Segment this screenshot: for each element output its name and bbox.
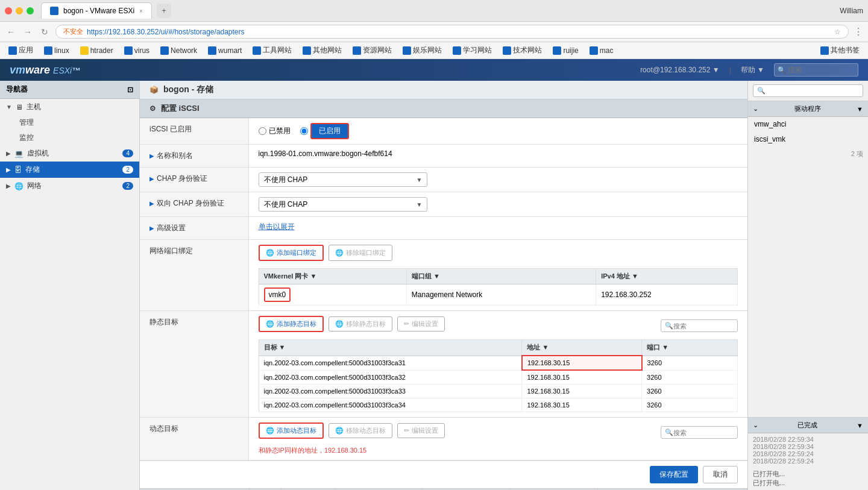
iscsi-enabled-row: iSCSI 已启用 已禁用 已启用	[140, 118, 747, 145]
dynamic-targets-label: 动态目标	[140, 418, 248, 460]
vm-badge: 4	[122, 149, 133, 157]
address-input[interactable]: 不安全 https://192.168.30.252/ui/#/host/sto…	[55, 25, 849, 39]
name-section-label: ▶ 名称和别名	[149, 151, 239, 161]
sidebar-item-manage[interactable]: 管理	[0, 115, 139, 130]
static-target-row-2[interactable]: iqn.2002-03.com.compellent:5000d31003f3c…	[259, 370, 738, 385]
sidebar-item-monitor[interactable]: 监控	[0, 130, 139, 145]
right-search-input[interactable]	[766, 87, 859, 95]
vmk-value: vmk0	[264, 287, 291, 302]
close-button[interactable]	[5, 7, 12, 14]
header-help-btn[interactable]: 帮助 ▼	[741, 65, 764, 75]
more-menu-icon[interactable]: ⋮	[854, 26, 863, 37]
task-header-label: 已完成	[797, 421, 817, 430]
header-divider: |	[729, 66, 731, 74]
sidebar-manage-label: 管理	[19, 118, 34, 128]
task-dropdown-icon[interactable]: ▼	[857, 422, 863, 429]
new-tab-button[interactable]: +	[157, 4, 171, 18]
maximize-button[interactable]	[27, 7, 34, 14]
chap-value: 不使用 CHAP ▼	[248, 168, 747, 192]
dynamic-note: 和静态IP同样的地址，192.168.30.15	[259, 446, 738, 455]
bookmark-linux[interactable]: linux	[40, 45, 73, 56]
sidebar-item-storage[interactable]: ▶ 🗄 存储 2	[0, 162, 139, 178]
bookmark-entertainment[interactable]: 娱乐网站	[399, 44, 445, 57]
add-static-target-btn[interactable]: 🌐 添加静态目标	[259, 316, 324, 332]
bookmark-others[interactable]: 其他网站	[299, 44, 345, 57]
bookmark-virus[interactable]: virus	[121, 45, 153, 56]
radio-enabled-input[interactable]	[300, 127, 308, 135]
static-target-row-1[interactable]: iqn.2002-03.com.compellent:5000d31003f3c…	[259, 356, 738, 370]
driver-dropdown-icon[interactable]: ▼	[857, 105, 863, 113]
dynamic-search-input[interactable]	[673, 429, 734, 436]
target-port-4: 3260	[642, 398, 738, 412]
bookmark-icon	[208, 46, 216, 55]
bookmark-wumart[interactable]: wumart	[204, 45, 245, 56]
port-binding-row: 网络端口绑定 🌐 添加端口绑定 🌐 移除端口绑定	[140, 240, 747, 311]
remove-static-target-btn[interactable]: 🌐 移除静态目标	[329, 316, 392, 331]
name-value: iqn.1998-01.com.vmware:bogon-4efbf614	[248, 145, 747, 168]
add-dynamic-target-btn[interactable]: 🌐 添加动态目标	[259, 422, 324, 439]
name-label: ▶ 名称和别名	[140, 145, 248, 168]
static-target-row-4[interactable]: iqn.2002-03.com.compellent:5000d31003f3c…	[259, 398, 738, 412]
tab-close-btn[interactable]: ×	[139, 8, 143, 14]
edit-static-btn[interactable]: ✏ 编辑设置	[397, 316, 445, 331]
bookmark-star-icon[interactable]: ☆	[834, 28, 841, 36]
host-icon: 🖥	[16, 103, 23, 112]
bookmark-mac[interactable]: mac	[586, 45, 617, 56]
port-col-nic: VMkernel 网卡 ▼	[259, 269, 406, 284]
bookmark-tech[interactable]: 技术网站	[499, 44, 546, 57]
advanced-section-label: ▶ 高级设置	[149, 223, 239, 233]
bookmark-learning[interactable]: 学习网站	[449, 44, 495, 57]
cancel-btn[interactable]: 取消	[703, 466, 738, 483]
chap-mutual-select[interactable]: 不使用 CHAP	[259, 197, 427, 212]
remove-port-binding-btn[interactable]: 🌐 移除端口绑定	[329, 245, 392, 261]
radio-disabled-input[interactable]	[259, 127, 266, 135]
sidebar-item-host[interactable]: ▼ 🖥 主机	[0, 99, 139, 115]
security-warning: 不安全	[63, 27, 83, 36]
bookmark-icon	[303, 46, 311, 55]
refresh-button[interactable]: ↻	[39, 27, 51, 37]
edit-dynamic-icon: ✏	[404, 427, 409, 435]
storage-icon: 🗄	[14, 166, 22, 174]
static-target-row-3[interactable]: iqn.2002-03.com.compellent:5000d31003f3c…	[259, 385, 738, 398]
header-search-input[interactable]	[774, 63, 858, 77]
main-layout: 导航器 ⊡ ▼ 🖥 主机 管理 监控 ▶ 💻 虚拟机 4 ▶ 🗄 存储 2	[0, 81, 868, 490]
minimize-button[interactable]	[16, 7, 23, 14]
expand-icon: ▶	[6, 166, 11, 173]
add-port-binding-btn[interactable]: 🌐 添加端口绑定	[259, 245, 324, 261]
bookmark-htrader[interactable]: htrader	[77, 45, 117, 56]
sidebar-monitor-label: 监控	[19, 133, 34, 143]
radio-disabled-label[interactable]: 已禁用	[259, 126, 291, 136]
right-task-date-1: 2018/02/28 22:59:34	[753, 436, 863, 443]
remove-dynamic-target-btn[interactable]: 🌐 移除动态目标	[329, 423, 392, 438]
advanced-value[interactable]: 单击以展开	[248, 217, 747, 240]
sidebar-collapse-icon[interactable]: ⊡	[127, 86, 133, 94]
bookmark-ruijie[interactable]: ruijie	[549, 45, 582, 56]
bookmark-tools[interactable]: 工具网站	[249, 44, 295, 57]
forward-button[interactable]: →	[22, 27, 34, 37]
bookmark-apps[interactable]: 应用	[5, 44, 37, 57]
target-name-3: iqn.2002-03.com.compellent:5000d31003f3c…	[259, 385, 522, 398]
static-search-input[interactable]	[673, 322, 734, 330]
driver-header-label: 驱动程序	[794, 104, 821, 113]
sidebar-item-network[interactable]: ▶ 🌐 网络 2	[0, 178, 139, 194]
bookmark-network[interactable]: Network	[157, 45, 201, 56]
bookmark-icon	[253, 46, 261, 55]
iscsi-radio-group: 已禁用 已启用	[259, 123, 738, 139]
target-col-port[interactable]: 端口 ▼	[642, 340, 738, 356]
target-col-address[interactable]: 地址 ▼	[522, 340, 642, 356]
target-col-target[interactable]: 目标 ▼	[259, 340, 522, 356]
bookmark-others-btn[interactable]: 其他书签	[817, 44, 863, 57]
browser-tab[interactable]: bogon - VMware ESXi ×	[41, 2, 152, 19]
advanced-row: ▶ 高级设置 单击以展开	[140, 217, 747, 240]
edit-dynamic-btn[interactable]: ✏ 编辑设置	[397, 423, 445, 438]
advanced-arrow: ▶	[149, 225, 154, 231]
network-badge: 2	[122, 182, 133, 190]
chap-select[interactable]: 不使用 CHAP	[259, 172, 427, 187]
sidebar-item-vm[interactable]: ▶ 💻 虚拟机 4	[0, 145, 139, 162]
radio-enabled-label[interactable]: 已启用	[300, 123, 349, 139]
port-col-group: 端口组 ▼	[406, 269, 596, 284]
back-button[interactable]: ←	[5, 27, 17, 37]
bookmark-resources[interactable]: 资源网站	[349, 44, 395, 57]
save-config-btn[interactable]: 保存配置	[650, 466, 698, 483]
target-name-2: iqn.2002-03.com.compellent:5000d31003f3c…	[259, 370, 522, 385]
